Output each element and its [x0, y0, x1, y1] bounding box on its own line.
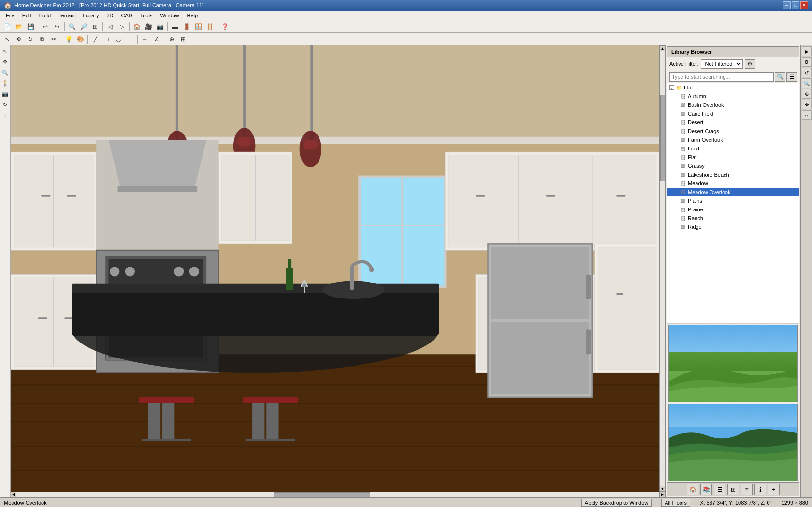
right-icon-3[interactable]: ↺	[802, 68, 812, 77]
tree-item-cane-field[interactable]: 🖼 Cane Field	[667, 109, 799, 118]
light-button[interactable]: 💡	[63, 34, 74, 45]
wall-button[interactable]: ▬	[170, 21, 180, 32]
lib-btn-home[interactable]: 🏠	[687, 484, 698, 495]
select-button[interactable]: ↖	[2, 34, 13, 45]
lib-btn-info[interactable]: ℹ	[754, 484, 766, 495]
vscroll-track[interactable]	[660, 51, 665, 486]
left-pan[interactable]: ✥	[0, 57, 10, 67]
menu-tools[interactable]: Tools	[136, 12, 157, 19]
library-tree[interactable]: - 📁 Flat 🖼 Autumn 🖼 Basin Overlook 🖼 Can…	[667, 83, 799, 324]
draw-rect-button[interactable]: □	[102, 34, 112, 45]
tree-item-basin-overlook[interactable]: 🖼 Basin Overlook	[667, 101, 799, 109]
left-walk[interactable]: 🚶	[0, 78, 10, 88]
tree-item-desert-crags[interactable]: 🖼 Desert Crags	[667, 127, 799, 135]
dimension-button[interactable]: ↔	[140, 34, 150, 45]
tree-item-plains[interactable]: 🖼 Plains	[667, 196, 799, 205]
maximize-button[interactable]: □	[792, 1, 799, 9]
menu-3d[interactable]: 3D	[102, 12, 117, 19]
copy-button[interactable]: ⧉	[37, 34, 47, 45]
scroll-down-arrow[interactable]: ▼	[660, 486, 666, 492]
floor-plan-button[interactable]: 🏠	[131, 21, 142, 32]
close-button[interactable]: ✕	[800, 1, 808, 9]
scroll-right-arrow[interactable]: ▶	[659, 492, 665, 498]
hscroll-track[interactable]	[16, 492, 659, 497]
rotate-right-button[interactable]: ▷	[116, 21, 127, 32]
angle-button[interactable]: ∠	[151, 34, 162, 45]
window-button-tb[interactable]: 🪟	[193, 21, 203, 32]
all-floors-button[interactable]: All Floors	[661, 499, 690, 507]
move-button[interactable]: ✥	[14, 34, 24, 45]
tree-item-meadow[interactable]: 🖼 Meadow	[667, 179, 799, 188]
lib-btn-catalog[interactable]: 📚	[700, 484, 712, 495]
snap-button[interactable]: ⊕	[166, 34, 177, 45]
menu-window[interactable]: Window	[156, 12, 183, 19]
new-button[interactable]: 📄	[2, 21, 13, 32]
menu-terrain[interactable]: Terrain	[55, 12, 79, 19]
tree-item-field[interactable]: 🖼 Field	[667, 144, 799, 153]
lib-btn-detail[interactable]: ≡	[741, 484, 753, 495]
tree-item-autumn[interactable]: 🖼 Autumn	[667, 92, 799, 101]
filter-icon-button[interactable]: ⚙	[745, 59, 755, 69]
rotate-left-button[interactable]: ◁	[105, 21, 116, 32]
delete-button[interactable]: ✂	[48, 34, 59, 45]
tree-item-ranch[interactable]: 🖼 Ranch	[667, 214, 799, 223]
tree-item-desert[interactable]: 🖼 Desert	[667, 118, 799, 127]
tree-item-farm-overlook[interactable]: 🖼 Farm Overlook	[667, 135, 799, 144]
left-zoom[interactable]: 🔍	[0, 68, 10, 77]
filter-dropdown[interactable]: Not Filtered	[701, 59, 743, 69]
help-button-tb[interactable]: ❓	[219, 21, 230, 32]
search-button[interactable]: 🔍	[775, 72, 785, 82]
zoom-out-button[interactable]: 🔎	[78, 21, 89, 32]
draw-line-button[interactable]: ╱	[90, 34, 101, 45]
camera-button[interactable]: 📷	[155, 21, 165, 32]
redo-button[interactable]: ↪	[52, 21, 62, 32]
scroll-left-arrow[interactable]: ◀	[11, 492, 16, 498]
tree-item-flat-folder[interactable]: - 📁 Flat	[667, 83, 799, 92]
lib-btn-list[interactable]: ☰	[714, 484, 725, 495]
lib-btn-grid[interactable]: ⊞	[727, 484, 739, 495]
grid-button[interactable]: ⊞	[178, 34, 188, 45]
zoom-in-button[interactable]: 🔍	[67, 21, 77, 32]
menu-edit[interactable]: Edit	[18, 12, 35, 19]
right-icon-6[interactable]: ✥	[802, 100, 812, 109]
perspective-button[interactable]: 🎥	[143, 21, 154, 32]
lib-btn-add[interactable]: +	[768, 484, 780, 495]
left-orbit[interactable]: ↻	[0, 100, 10, 109]
door-button[interactable]: 🚪	[181, 21, 192, 32]
stair-button[interactable]: 🪜	[204, 21, 215, 32]
save-button[interactable]: 💾	[25, 21, 36, 32]
tree-item-flat[interactable]: 🖼 Flat	[667, 153, 799, 162]
right-icon-5[interactable]: ⊕	[802, 89, 812, 99]
tree-item-meadow-overlook[interactable]: 🖼 Meadow Overlook	[667, 188, 799, 196]
zoom-fit-button[interactable]: ⊞	[90, 21, 101, 32]
left-tilt[interactable]: ↕	[0, 110, 10, 120]
menu-library[interactable]: Library	[79, 12, 103, 19]
menu-build[interactable]: Build	[35, 12, 55, 19]
open-button[interactable]: 📂	[14, 21, 24, 32]
apply-backdrop-button[interactable]: Apply Backdrop to Window	[581, 499, 652, 507]
right-icon-2[interactable]: ⚙	[802, 57, 812, 67]
right-icon-1[interactable]: ▶	[802, 46, 812, 56]
tree-item-grassy[interactable]: 🖼 Grassy	[667, 162, 799, 170]
left-select[interactable]: ↖	[0, 46, 10, 56]
left-camera[interactable]: 📷	[0, 89, 10, 99]
tree-item-ridge[interactable]: 🖼 Ridge	[667, 223, 799, 231]
menu-cad[interactable]: CAD	[117, 12, 136, 19]
scroll-up-arrow[interactable]: ▲	[660, 45, 666, 51]
search-input[interactable]	[669, 72, 774, 82]
expand-icon[interactable]: -	[669, 85, 674, 90]
vscroll-thumb[interactable]	[660, 95, 665, 182]
draw-arc-button[interactable]: ◡	[113, 34, 124, 45]
viewport-3d[interactable]	[11, 45, 659, 492]
viewport-horizontal-scrollbar[interactable]: ◀ ▶	[11, 492, 665, 497]
material-button[interactable]: 🎨	[75, 34, 86, 45]
tree-item-prairie[interactable]: 🖼 Prairie	[667, 205, 799, 214]
tree-item-lakeshore-beach[interactable]: 🖼 Lakeshore Beach	[667, 170, 799, 179]
menu-file[interactable]: File	[2, 12, 18, 19]
right-icon-7[interactable]: ↔	[802, 110, 812, 120]
hscroll-thumb[interactable]	[274, 492, 370, 497]
rotate-object-button[interactable]: ↻	[25, 34, 36, 45]
menu-help[interactable]: Help	[183, 12, 202, 19]
undo-button[interactable]: ↩	[40, 21, 51, 32]
draw-text-button[interactable]: T	[125, 34, 135, 45]
